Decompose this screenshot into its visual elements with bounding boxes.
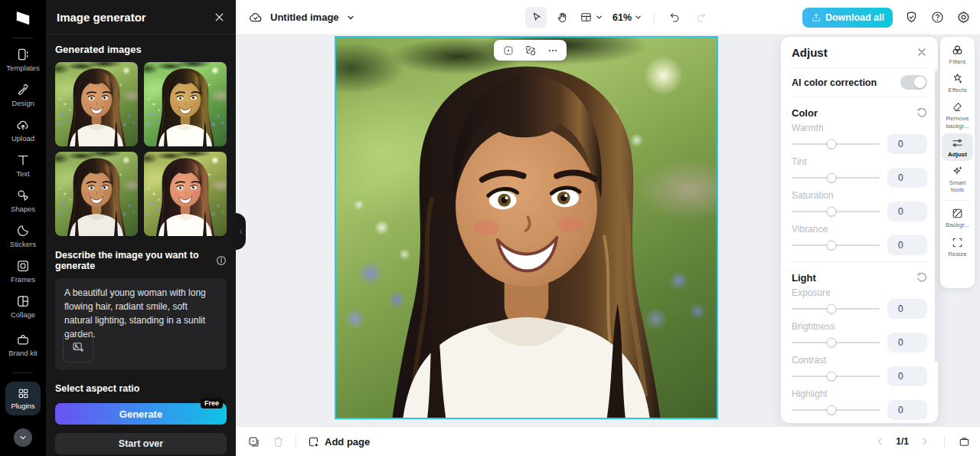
app-sidebar: Templates Design Upload Text Shapes Stic… xyxy=(0,0,46,456)
selection-toolbar xyxy=(494,40,567,61)
add-reference-image-button[interactable] xyxy=(63,332,93,363)
exposure-slider[interactable] xyxy=(792,308,880,310)
brand-kit-icon xyxy=(15,332,31,347)
layout-menu-button[interactable] xyxy=(577,11,606,24)
collapse-sidebar-button[interactable] xyxy=(14,428,32,447)
chevron-left-icon xyxy=(874,436,885,447)
prompt-label: Describe the image you want to generate xyxy=(55,250,216,271)
warmth-label: Warmth xyxy=(792,123,927,133)
reset-light-button[interactable] xyxy=(916,272,927,283)
exposure-label: Exposure xyxy=(792,287,927,298)
sidebar-item-upload[interactable]: Upload xyxy=(2,113,44,148)
redo-button[interactable] xyxy=(690,7,711,28)
present-button[interactable] xyxy=(954,431,974,451)
sidebar-item-brand-kit[interactable]: Brand kit xyxy=(2,324,44,366)
vibrance-slider[interactable] xyxy=(792,244,880,246)
brightness-value[interactable]: 0 xyxy=(887,333,927,353)
add-page-button[interactable]: Add page xyxy=(304,435,373,448)
edit-tools-rail: Filters Effects Remove backgr... Adjust … xyxy=(940,37,975,288)
hand-tool-button[interactable] xyxy=(551,7,573,28)
contrast-value[interactable]: 0 xyxy=(887,366,927,386)
sidebar-item-collage[interactable]: Collage xyxy=(2,289,44,324)
reset-color-button[interactable] xyxy=(916,107,927,118)
contrast-slider-thumb[interactable] xyxy=(826,371,836,381)
panel-collapse-handle[interactable] xyxy=(236,213,246,250)
adjust-icon xyxy=(951,136,964,149)
delete-page-button[interactable] xyxy=(268,431,288,451)
chevron-down-icon[interactable] xyxy=(346,13,355,22)
brightness-slider[interactable] xyxy=(792,342,880,343)
sidebar-item-design[interactable]: Design xyxy=(2,77,44,113)
saturation-slider[interactable] xyxy=(792,211,880,212)
more-options-button[interactable] xyxy=(542,41,563,59)
start-over-button[interactable]: Start over xyxy=(55,433,227,454)
generated-image-thumbnail[interactable] xyxy=(144,152,227,236)
warmth-slider-thumb[interactable] xyxy=(826,139,836,149)
zoom-level-button[interactable]: 61% xyxy=(610,12,645,23)
tool-resize[interactable]: Resize xyxy=(942,233,973,261)
select-area-button[interactable] xyxy=(498,41,518,59)
next-page-button[interactable] xyxy=(915,431,935,451)
exposure-value[interactable]: 0 xyxy=(887,299,927,319)
capcut-logo[interactable] xyxy=(13,6,33,31)
exposure-slider-thumb[interactable] xyxy=(826,303,836,313)
cloud-save-status-icon[interactable] xyxy=(248,10,263,25)
tint-slider[interactable] xyxy=(792,177,880,179)
info-icon[interactable] xyxy=(216,255,227,266)
generate-button[interactable]: Generate Free xyxy=(55,403,227,425)
vibrance-slider-thumb[interactable] xyxy=(826,240,836,250)
sidebar-item-stickers[interactable]: Stickers xyxy=(2,218,44,254)
tool-effects[interactable]: Effects xyxy=(942,69,973,97)
ai-color-correction-toggle[interactable] xyxy=(900,75,927,90)
sidebar-item-templates[interactable]: Templates xyxy=(2,42,44,77)
brightness-slider-thumb[interactable] xyxy=(826,337,836,347)
close-icon xyxy=(916,47,927,57)
warmth-value[interactable]: 0 xyxy=(887,134,927,154)
help-button[interactable] xyxy=(930,10,945,25)
highlight-slider-thumb[interactable] xyxy=(826,405,836,415)
adjust-panel-title: Adjust xyxy=(792,46,828,59)
generated-image-thumbnail[interactable] xyxy=(55,62,138,146)
tool-filters[interactable]: Filters xyxy=(942,41,973,68)
sidebar-item-text[interactable]: Text xyxy=(2,148,44,183)
canvas-workspace[interactable]: Adjust AI color correction Color Warmth xyxy=(236,35,980,426)
upload-icon xyxy=(15,117,31,133)
select-tool-button[interactable] xyxy=(525,7,547,28)
vibrance-value[interactable]: 0 xyxy=(887,235,927,255)
undo-button[interactable] xyxy=(664,7,685,28)
tint-slider-thumb[interactable] xyxy=(826,172,836,182)
highlight-slider[interactable] xyxy=(792,409,880,411)
generated-image-thumbnail[interactable] xyxy=(144,62,227,146)
resize-icon xyxy=(951,236,964,249)
generated-image-thumbnail[interactable] xyxy=(55,152,138,236)
document-title[interactable]: Untitled image xyxy=(270,11,339,23)
sidebar-item-plugins[interactable]: Plugins xyxy=(5,382,41,415)
tool-remove-background[interactable]: Remove backgr... xyxy=(942,97,973,132)
contrast-slider[interactable] xyxy=(792,376,880,377)
prompt-input[interactable]: A beautiful young woman with long flowin… xyxy=(55,278,227,370)
tool-adjust[interactable]: Adjust xyxy=(942,133,973,161)
saturation-slider-thumb[interactable] xyxy=(826,206,836,216)
chevron-right-icon xyxy=(920,436,930,447)
tool-smart-tools[interactable]: Smart tools xyxy=(942,162,973,196)
duplicate-page-button[interactable] xyxy=(243,431,263,451)
background-icon xyxy=(951,207,964,220)
tool-background[interactable]: Backgr... xyxy=(942,204,973,231)
saturation-value[interactable]: 0 xyxy=(887,202,927,221)
close-panel-button[interactable] xyxy=(214,11,225,23)
tint-value[interactable]: 0 xyxy=(887,168,927,188)
previous-page-button[interactable] xyxy=(870,431,890,451)
highlight-value[interactable]: 0 xyxy=(887,400,927,420)
warmth-slider[interactable] xyxy=(792,143,880,145)
adjust-panel-scrollbar[interactable] xyxy=(935,71,938,362)
replace-image-button[interactable] xyxy=(520,41,541,59)
sidebar-item-frames[interactable]: Frames xyxy=(2,254,44,289)
sidebar-item-label: Plugins xyxy=(11,402,34,410)
settings-button[interactable] xyxy=(956,10,971,25)
download-all-button[interactable]: Download all xyxy=(802,8,893,28)
hand-icon xyxy=(556,11,569,24)
sidebar-item-shapes[interactable]: Shapes xyxy=(2,183,44,218)
canvas-image[interactable] xyxy=(335,36,718,419)
safety-shield-button[interactable] xyxy=(904,10,919,25)
close-adjust-panel-button[interactable] xyxy=(916,47,927,57)
